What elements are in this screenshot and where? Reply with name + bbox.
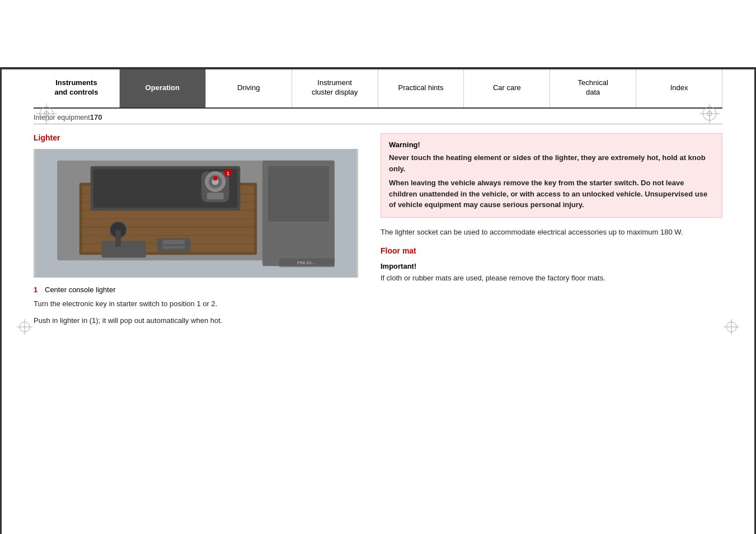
svg-rect-48 [115, 230, 121, 247]
svg-rect-50 [163, 240, 185, 245]
car-illustration: 1 P68.20-... [34, 149, 358, 277]
caption-text-1: Center console lighter [45, 285, 115, 294]
left-border [0, 67, 2, 534]
crosshair-top-right [699, 104, 720, 124]
floor-mat-body-text: If cloth or rubber mats are used, please… [381, 273, 722, 284]
lighter-socket-desc: The lighter socket can be used to accomm… [381, 227, 722, 238]
svg-text:1: 1 [227, 171, 229, 176]
lighter-body-text-2: Push in lighter in (1); it will pop out … [34, 315, 358, 326]
nav-item-car-care[interactable]: Car care [464, 68, 550, 107]
svg-point-43 [213, 176, 218, 181]
page-number: 170 [90, 113, 102, 121]
navigation-bar: Instruments and controls Operation Drivi… [34, 67, 722, 109]
nav-item-technical-data[interactable]: Technical data [550, 68, 636, 107]
important-label: Important! [381, 262, 722, 270]
crosshair-mid-right [724, 319, 739, 335]
nav-item-instruments-controls[interactable]: Instruments and controls [34, 68, 120, 107]
svg-rect-46 [101, 241, 145, 258]
right-column: Warning! Never touch the heating element… [381, 133, 722, 331]
warning-title: Warning! [389, 140, 714, 149]
car-image-container: 1 P68.20-... [34, 149, 358, 278]
warning-box: Warning! Never touch the heating element… [381, 133, 722, 218]
warning-text-1: Never touch the heating element or sides… [389, 152, 714, 174]
svg-text:P68.20-...: P68.20-... [297, 260, 316, 265]
main-content: Lighter [34, 133, 722, 331]
nav-item-driving[interactable]: Driving [206, 68, 292, 107]
svg-rect-51 [163, 246, 185, 249]
left-column: Lighter [34, 133, 358, 331]
subheader-row: Interior equipment 170 [34, 113, 722, 124]
lighter-body-text-1: Turn the electronic key in starter switc… [34, 298, 358, 310]
floor-mat-section-title: Floor mat [381, 246, 722, 255]
caption-number-1: 1 [34, 285, 40, 294]
page-wrapper: Instruments and controls Operation Drivi… [0, 67, 756, 534]
nav-item-instrument-cluster[interactable]: Instrument cluster display [292, 68, 378, 107]
crosshair-mid-left [17, 319, 32, 335]
top-border [0, 67, 756, 69]
lighter-section-title: Lighter [34, 133, 358, 142]
nav-item-operation[interactable]: Operation [120, 68, 206, 107]
caption-item-1: 1 Center console lighter [34, 285, 358, 294]
nav-item-index[interactable]: Index [636, 68, 722, 107]
nav-item-practical-hints[interactable]: Practical hints [378, 68, 464, 107]
warning-text-2: When leaving the vehicle always remove t… [389, 177, 714, 210]
svg-rect-53 [268, 166, 329, 222]
svg-rect-42 [207, 193, 224, 199]
crosshair-top-left [36, 104, 57, 124]
content-area: Interior equipment 170 Lighter [34, 109, 722, 331]
